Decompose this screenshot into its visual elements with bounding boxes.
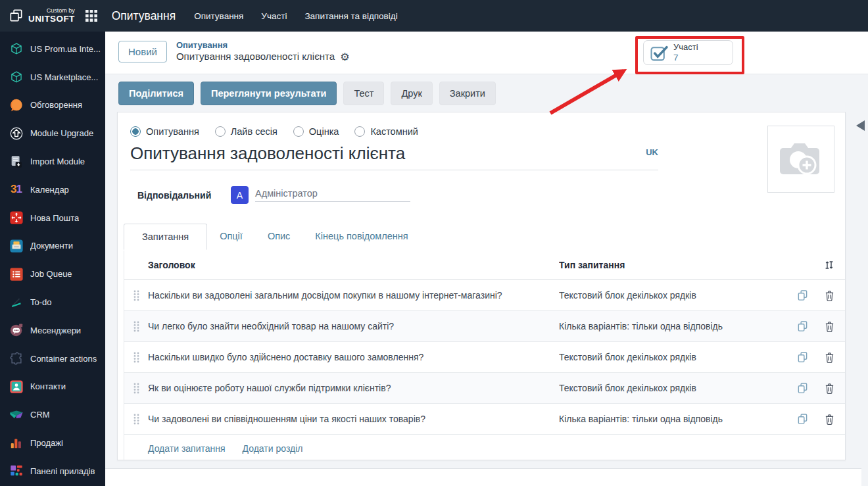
- drag-handle-icon[interactable]: [124, 290, 148, 301]
- drag-handle-icon[interactable]: [124, 352, 148, 363]
- sidebar-item-contacts[interactable]: Контакти: [0, 373, 105, 401]
- smart-button-value: 7: [673, 53, 679, 63]
- column-header-title[interactable]: Заголовок: [148, 260, 559, 270]
- radio-icon[interactable]: [293, 126, 304, 137]
- top-menu-questions-answers[interactable]: Запитання та відповіді: [304, 11, 397, 21]
- sidebar-item-messengers[interactable]: Месенджери: [0, 316, 105, 345]
- add-section-link[interactable]: Додати розділ: [243, 443, 303, 454]
- table-footer-links: Додати запитанняДодати розділ: [124, 435, 845, 462]
- sidebar-item-nova-poshta[interactable]: Нова Пошта: [0, 204, 105, 232]
- todo-icon: [9, 295, 24, 310]
- radio-icon[interactable]: [130, 126, 141, 137]
- gear-icon[interactable]: ⚙: [340, 52, 349, 62]
- apps-grid-icon[interactable]: [85, 10, 97, 22]
- question-type[interactable]: Кілька варіантів: тільки одна відповідь: [559, 414, 790, 424]
- breadcrumb-parent-link[interactable]: Опитування: [176, 40, 350, 51]
- trash-icon[interactable]: [814, 383, 845, 394]
- trash-icon[interactable]: [814, 352, 845, 363]
- new-button[interactable]: Новий: [118, 41, 167, 62]
- sidebar-item-module-upgrade[interactable]: Module Upgrade: [0, 119, 105, 147]
- sidebar-item-label: Job Queue: [30, 269, 72, 279]
- trash-icon[interactable]: [814, 414, 845, 425]
- tab-description[interactable]: Опис: [255, 224, 302, 249]
- copy-icon[interactable]: [790, 351, 814, 363]
- nova-poshta-icon: [9, 210, 24, 226]
- see-results-button[interactable]: Переглянути результати: [201, 82, 337, 105]
- sidebar-item-job-queue[interactable]: Job Queue: [0, 260, 105, 288]
- sidebar-item-label: Месенджери: [30, 326, 81, 335]
- copy-icon[interactable]: [790, 382, 814, 394]
- logo-line2: UNITSOFT: [28, 14, 75, 24]
- drag-handle-icon[interactable]: [124, 414, 148, 425]
- top-menu-participations[interactable]: Участі: [261, 11, 287, 21]
- unitsoft-logo[interactable]: Custom by UNITSOFT: [0, 8, 75, 24]
- sidebar-item-crm[interactable]: CRM: [0, 401, 105, 429]
- print-button[interactable]: Друк: [391, 82, 432, 105]
- tab-options[interactable]: Опції: [207, 224, 255, 249]
- survey-type-live-session[interactable]: Лайв сесія: [215, 126, 277, 137]
- add-question-link[interactable]: Додати запитання: [148, 443, 226, 454]
- control-panel: Новий Опитування Опитування задоволеност…: [105, 32, 868, 74]
- survey-type-custom[interactable]: Кастомний: [354, 126, 418, 137]
- responsible-avatar: A: [231, 186, 249, 204]
- question-row[interactable]: Чи легко було знайти необхідний товар на…: [124, 311, 845, 342]
- tab-questions[interactable]: Запитання: [124, 224, 207, 250]
- question-title[interactable]: Як ви оцінюєте роботу нашої служби підтр…: [148, 383, 559, 393]
- radio-icon[interactable]: [354, 126, 365, 137]
- drag-handle-icon[interactable]: [124, 383, 148, 394]
- optional-columns-icon[interactable]: [790, 260, 845, 270]
- column-header-type[interactable]: Тип запитання: [559, 260, 790, 270]
- survey-type-survey[interactable]: Опитування: [130, 126, 199, 137]
- sidebar-item-us-marketplace[interactable]: US Marketplace...: [0, 63, 105, 91]
- sidebar-item-import-module[interactable]: Import Module: [0, 147, 105, 176]
- trash-icon[interactable]: [814, 290, 845, 301]
- language-tag[interactable]: UK: [646, 147, 658, 157]
- sidebar-item-label: US Prom.ua Inte...: [30, 44, 101, 54]
- close-button[interactable]: Закрити: [439, 82, 496, 105]
- question-title[interactable]: Наскільки ви задоволені загальним досвід…: [148, 290, 559, 301]
- question-type[interactable]: Текстовий блок декількох рядків: [559, 383, 790, 393]
- collapse-panel-arrow[interactable]: [856, 120, 865, 131]
- sidebar-item-dashboards[interactable]: Панелі приладів: [0, 457, 105, 485]
- app-title[interactable]: Опитування: [112, 9, 176, 23]
- question-type[interactable]: Текстовий блок декількох рядків: [559, 290, 790, 301]
- sidebar-item-todo[interactable]: To-do: [0, 288, 105, 316]
- sidebar-item-calendar[interactable]: 31Календар: [0, 176, 105, 204]
- question-row[interactable]: Чи задоволені ви співвідношенням ціни та…: [124, 404, 845, 435]
- sidebar-item-documents[interactable]: Документи: [0, 232, 105, 260]
- participations-smart-button[interactable]: Участі 7: [643, 40, 733, 65]
- question-title[interactable]: Чи задоволені ви співвідношенням ціни та…: [148, 414, 559, 424]
- top-menu-surveys[interactable]: Опитування: [194, 11, 243, 21]
- sidebar-item-container-actions[interactable]: Container actions: [0, 345, 105, 373]
- share-button[interactable]: Поділитися: [118, 82, 194, 105]
- question-title[interactable]: Наскільки швидко було здійснено доставку…: [148, 352, 559, 362]
- copy-icon[interactable]: [790, 413, 814, 425]
- question-row[interactable]: Наскільки швидко було здійснено доставку…: [124, 342, 845, 373]
- breadcrumb: Опитування Опитування задоволеності кліє…: [176, 40, 350, 63]
- copy-icon[interactable]: [790, 289, 814, 301]
- question-type[interactable]: Кілька варіантів: тільки одна відповідь: [559, 321, 790, 331]
- checkbox-icon: [650, 45, 668, 61]
- drag-handle-icon[interactable]: [124, 321, 148, 332]
- survey-type-assessment[interactable]: Оцінка: [293, 126, 339, 137]
- copy-icon[interactable]: [790, 320, 814, 332]
- trash-icon[interactable]: [814, 321, 845, 332]
- tab-end-message[interactable]: Кінець повідомлення: [302, 224, 420, 249]
- discuss-icon: [9, 97, 24, 112]
- survey-title-input[interactable]: Опитування задоволеності клієнта: [130, 143, 405, 164]
- questions-panel: Заголовок Тип запитання Наскільки ви зад…: [124, 251, 845, 460]
- question-title[interactable]: Чи легко було знайти необхідний товар на…: [148, 321, 559, 331]
- survey-image-upload[interactable]: [767, 126, 834, 193]
- responsible-field[interactable]: Адміністратор: [255, 188, 410, 202]
- radio-icon[interactable]: [215, 126, 226, 137]
- questions-table-body: Наскільки ви задоволені загальним досвід…: [124, 280, 845, 435]
- test-button[interactable]: Тест: [343, 82, 384, 105]
- question-row[interactable]: Наскільки ви задоволені загальним досвід…: [124, 280, 845, 311]
- question-type[interactable]: Текстовий блок декількох рядків: [559, 352, 790, 362]
- sales-icon: [9, 435, 24, 450]
- sidebar-item-us-prom[interactable]: US Prom.ua Inte...: [0, 35, 105, 63]
- sidebar-item-sales[interactable]: Продажі: [0, 429, 105, 457]
- question-row[interactable]: Як ви оцінюєте роботу нашої служби підтр…: [124, 373, 845, 404]
- sidebar-item-discuss[interactable]: Обговорення: [0, 91, 105, 120]
- radio-label: Кастомний: [370, 126, 418, 137]
